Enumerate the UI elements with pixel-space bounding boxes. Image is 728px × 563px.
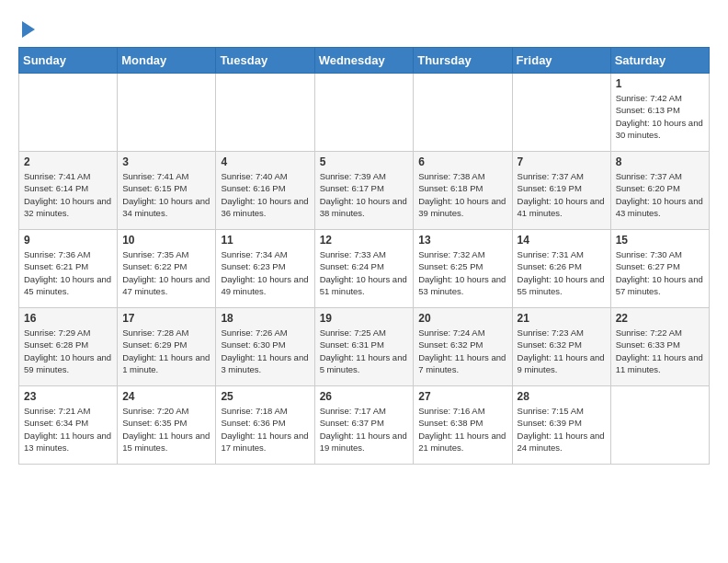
calendar-header-row: SundayMondayTuesdayWednesdayThursdayFrid… — [19, 48, 710, 74]
day-info: Sunrise: 7:38 AM Sunset: 6:18 PM Dayligh… — [418, 170, 506, 219]
calendar-cell: 16Sunrise: 7:29 AM Sunset: 6:28 PM Dayli… — [19, 308, 118, 386]
day-info: Sunrise: 7:35 AM Sunset: 6:22 PM Dayligh… — [122, 248, 210, 297]
calendar-cell: 25Sunrise: 7:18 AM Sunset: 6:36 PM Dayli… — [216, 386, 314, 465]
calendar-header-tuesday: Tuesday — [216, 48, 314, 74]
page-header — [18, 18, 710, 38]
day-number: 4 — [221, 155, 309, 168]
day-number: 9 — [24, 234, 112, 247]
day-number: 7 — [518, 155, 606, 168]
calendar-cell: 4Sunrise: 7:40 AM Sunset: 6:16 PM Daylig… — [216, 152, 314, 230]
calendar-cell: 2Sunrise: 7:41 AM Sunset: 6:14 PM Daylig… — [19, 152, 118, 230]
calendar-week-row: 2Sunrise: 7:41 AM Sunset: 6:14 PM Daylig… — [19, 152, 710, 230]
calendar-week-row: 9Sunrise: 7:36 AM Sunset: 6:21 PM Daylig… — [19, 230, 710, 308]
calendar-table: SundayMondayTuesdayWednesdayThursdayFrid… — [18, 47, 710, 465]
calendar-cell: 1Sunrise: 7:42 AM Sunset: 6:13 PM Daylig… — [610, 74, 709, 152]
day-number: 25 — [221, 390, 309, 403]
day-info: Sunrise: 7:28 AM Sunset: 6:29 PM Dayligh… — [122, 327, 210, 375]
day-info: Sunrise: 7:39 AM Sunset: 6:17 PM Dayligh… — [320, 170, 409, 219]
day-info: Sunrise: 7:34 AM Sunset: 6:23 PM Dayligh… — [221, 248, 309, 297]
day-info: Sunrise: 7:41 AM Sunset: 6:15 PM Dayligh… — [122, 170, 210, 219]
day-number: 15 — [616, 234, 704, 247]
day-info: Sunrise: 7:20 AM Sunset: 6:35 PM Dayligh… — [122, 405, 210, 454]
calendar-week-row: 1Sunrise: 7:42 AM Sunset: 6:13 PM Daylig… — [19, 74, 710, 152]
day-number: 16 — [24, 312, 112, 325]
day-info: Sunrise: 7:33 AM Sunset: 6:24 PM Dayligh… — [320, 248, 409, 297]
calendar-cell: 7Sunrise: 7:37 AM Sunset: 6:19 PM Daylig… — [512, 152, 610, 230]
calendar-cell: 15Sunrise: 7:30 AM Sunset: 6:27 PM Dayli… — [610, 230, 709, 308]
calendar-cell — [314, 74, 414, 152]
calendar-cell: 24Sunrise: 7:20 AM Sunset: 6:35 PM Dayli… — [118, 386, 216, 465]
day-number: 8 — [616, 155, 704, 168]
logo-arrow-icon — [22, 21, 35, 38]
calendar-cell: 26Sunrise: 7:17 AM Sunset: 6:37 PM Dayli… — [314, 386, 414, 465]
calendar-header-sunday: Sunday — [19, 48, 118, 74]
day-number: 27 — [418, 390, 506, 403]
calendar-cell: 22Sunrise: 7:22 AM Sunset: 6:33 PM Dayli… — [610, 308, 709, 386]
day-info: Sunrise: 7:22 AM Sunset: 6:33 PM Dayligh… — [616, 327, 704, 375]
calendar-cell: 10Sunrise: 7:35 AM Sunset: 6:22 PM Dayli… — [118, 230, 216, 308]
day-number: 21 — [518, 312, 606, 325]
calendar-cell: 21Sunrise: 7:23 AM Sunset: 6:32 PM Dayli… — [512, 308, 610, 386]
calendar-cell — [610, 386, 709, 465]
logo — [18, 18, 35, 38]
calendar-header-thursday: Thursday — [414, 48, 512, 74]
day-info: Sunrise: 7:29 AM Sunset: 6:28 PM Dayligh… — [24, 327, 112, 375]
day-info: Sunrise: 7:18 AM Sunset: 6:36 PM Dayligh… — [221, 405, 309, 454]
day-number: 12 — [320, 234, 409, 247]
day-info: Sunrise: 7:23 AM Sunset: 6:32 PM Dayligh… — [518, 327, 606, 375]
calendar-cell — [216, 74, 314, 152]
day-info: Sunrise: 7:37 AM Sunset: 6:20 PM Dayligh… — [616, 170, 704, 219]
calendar-cell — [118, 74, 216, 152]
day-number: 23 — [24, 390, 112, 403]
calendar-cell: 23Sunrise: 7:21 AM Sunset: 6:34 PM Dayli… — [19, 386, 118, 465]
calendar-cell — [19, 74, 118, 152]
calendar-week-row: 16Sunrise: 7:29 AM Sunset: 6:28 PM Dayli… — [19, 308, 710, 386]
day-number: 1 — [616, 77, 704, 90]
day-info: Sunrise: 7:25 AM Sunset: 6:31 PM Dayligh… — [320, 327, 409, 375]
day-info: Sunrise: 7:37 AM Sunset: 6:19 PM Dayligh… — [518, 170, 606, 219]
calendar-header-friday: Friday — [512, 48, 610, 74]
day-number: 11 — [221, 234, 309, 247]
day-info: Sunrise: 7:31 AM Sunset: 6:26 PM Dayligh… — [518, 248, 606, 297]
calendar-cell: 8Sunrise: 7:37 AM Sunset: 6:20 PM Daylig… — [610, 152, 709, 230]
calendar-header-wednesday: Wednesday — [314, 48, 414, 74]
calendar-cell — [414, 74, 512, 152]
calendar-cell: 19Sunrise: 7:25 AM Sunset: 6:31 PM Dayli… — [314, 308, 414, 386]
day-info: Sunrise: 7:15 AM Sunset: 6:39 PM Dayligh… — [518, 405, 606, 454]
day-number: 18 — [221, 312, 309, 325]
day-number: 24 — [122, 390, 210, 403]
day-info: Sunrise: 7:42 AM Sunset: 6:13 PM Dayligh… — [616, 92, 704, 141]
day-info: Sunrise: 7:16 AM Sunset: 6:38 PM Dayligh… — [418, 405, 506, 454]
day-number: 17 — [122, 312, 210, 325]
calendar-cell: 6Sunrise: 7:38 AM Sunset: 6:18 PM Daylig… — [414, 152, 512, 230]
day-number: 5 — [320, 155, 409, 168]
day-number: 10 — [122, 234, 210, 247]
calendar-cell: 5Sunrise: 7:39 AM Sunset: 6:17 PM Daylig… — [314, 152, 414, 230]
calendar-header-saturday: Saturday — [610, 48, 709, 74]
day-info: Sunrise: 7:26 AM Sunset: 6:30 PM Dayligh… — [221, 327, 309, 375]
calendar-cell: 27Sunrise: 7:16 AM Sunset: 6:38 PM Dayli… — [414, 386, 512, 465]
calendar-cell: 18Sunrise: 7:26 AM Sunset: 6:30 PM Dayli… — [216, 308, 314, 386]
day-number: 26 — [320, 390, 409, 403]
calendar-header-monday: Monday — [118, 48, 216, 74]
day-info: Sunrise: 7:40 AM Sunset: 6:16 PM Dayligh… — [221, 170, 309, 219]
calendar-cell — [512, 74, 610, 152]
day-info: Sunrise: 7:21 AM Sunset: 6:34 PM Dayligh… — [24, 405, 112, 454]
day-info: Sunrise: 7:41 AM Sunset: 6:14 PM Dayligh… — [24, 170, 112, 219]
day-number: 20 — [418, 312, 506, 325]
calendar-cell: 11Sunrise: 7:34 AM Sunset: 6:23 PM Dayli… — [216, 230, 314, 308]
calendar-cell: 9Sunrise: 7:36 AM Sunset: 6:21 PM Daylig… — [19, 230, 118, 308]
calendar-cell: 3Sunrise: 7:41 AM Sunset: 6:15 PM Daylig… — [118, 152, 216, 230]
calendar-cell: 20Sunrise: 7:24 AM Sunset: 6:32 PM Dayli… — [414, 308, 512, 386]
day-info: Sunrise: 7:32 AM Sunset: 6:25 PM Dayligh… — [418, 248, 506, 297]
day-info: Sunrise: 7:17 AM Sunset: 6:37 PM Dayligh… — [320, 405, 409, 454]
day-info: Sunrise: 7:36 AM Sunset: 6:21 PM Dayligh… — [24, 248, 112, 297]
calendar-week-row: 23Sunrise: 7:21 AM Sunset: 6:34 PM Dayli… — [19, 386, 710, 465]
day-number: 14 — [518, 234, 606, 247]
day-number: 2 — [24, 155, 112, 168]
calendar-cell: 28Sunrise: 7:15 AM Sunset: 6:39 PM Dayli… — [512, 386, 610, 465]
calendar-cell: 13Sunrise: 7:32 AM Sunset: 6:25 PM Dayli… — [414, 230, 512, 308]
day-number: 19 — [320, 312, 409, 325]
day-number: 13 — [418, 234, 506, 247]
calendar-cell: 14Sunrise: 7:31 AM Sunset: 6:26 PM Dayli… — [512, 230, 610, 308]
